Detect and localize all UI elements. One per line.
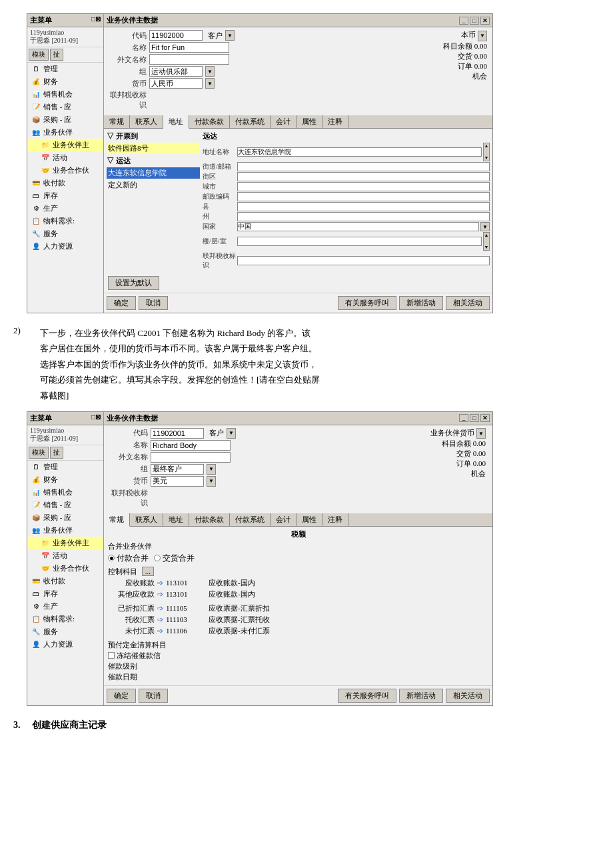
sidebar-item-biz-master-2[interactable]: 📁 业务伙伴主 [27, 537, 103, 549]
sidebar-item-activity[interactable]: 📅 活动 [27, 151, 103, 164]
sidebar-item-activity-2[interactable]: 📅 活动 [27, 549, 103, 562]
currency-input-1[interactable] [149, 78, 203, 89]
service-btn-1[interactable]: 有关服务呼叫 [338, 296, 396, 310]
trade-merge-radio[interactable]: 交货合并 [154, 553, 195, 564]
expand-btn-2[interactable]: 扯 [50, 447, 63, 459]
related-btn-1[interactable]: 相关活动 [446, 296, 490, 310]
sidebar-item-inventory[interactable]: 🗃 库存 [27, 189, 103, 202]
street-input[interactable] [237, 162, 490, 171]
block-input[interactable] [237, 172, 490, 181]
sidebar-item-biz-partner[interactable]: 👥 业务伙伴 [27, 126, 103, 139]
control-subject-btn[interactable]: ... [142, 567, 154, 576]
set-default-btn-1[interactable]: 设置为默认 [108, 276, 159, 290]
sidebar-item-mrp[interactable]: 📋 物料需求: [27, 215, 103, 227]
maximize-btn-2[interactable]: □ [470, 414, 479, 422]
sidebar-item-biz-master[interactable]: 📁 业务伙伴主 [27, 139, 103, 151]
module-btn-2[interactable]: 模块 [29, 447, 49, 459]
add-activity-btn-2[interactable]: 新增活动 [399, 689, 443, 703]
service-btn-2[interactable]: 有关服务呼叫 [338, 689, 396, 703]
tab-payment-terms-1[interactable]: 付款条款 [189, 115, 230, 128]
ok-btn-1[interactable]: 确定 [107, 296, 136, 310]
foreign-name-input-2[interactable] [151, 452, 231, 463]
payment-merge-radio[interactable]: 付款合并 [108, 553, 149, 564]
state-input[interactable] [237, 212, 490, 221]
ok-btn-2[interactable]: 确定 [107, 689, 136, 703]
city-input[interactable] [237, 182, 490, 191]
tab-address-2[interactable]: 地址 [163, 513, 189, 526]
tab-address-1[interactable]: 地址 [163, 115, 189, 129]
tab-accounting-2[interactable]: 会计 [271, 513, 297, 526]
sidebar-item-purchase-2[interactable]: 📦 采购 - 应 [27, 511, 103, 524]
add-activity-btn-1[interactable]: 新增活动 [399, 296, 443, 310]
sidebar-item-production[interactable]: ⚙ 生产 [27, 202, 103, 215]
sidebar-item-production-2[interactable]: ⚙ 生产 [27, 600, 103, 613]
sidebar-item-sales-2[interactable]: 📝 销售 - 应 [27, 499, 103, 511]
code-input-2[interactable] [151, 428, 204, 439]
minimize-btn-2[interactable]: _ [459, 414, 468, 422]
country-input[interactable] [237, 222, 479, 231]
tab-payment-terms-2[interactable]: 付款条款 [189, 513, 230, 526]
tab-contact-2[interactable]: 联系人 [130, 513, 163, 526]
tab-contact-1[interactable]: 联系人 [130, 115, 163, 128]
sidebar-item-mrp-2[interactable]: 📋 物料需求: [27, 613, 103, 625]
tab-payment-system-1[interactable]: 付款系统 [230, 115, 271, 128]
room-scrollbar[interactable]: ▲ ▼ [483, 232, 490, 251]
payment-merge-radio-btn[interactable] [108, 555, 115, 561]
sidebar-item-sales-opp[interactable]: 📊 销售机会 [27, 88, 103, 101]
sidebar-item-payment[interactable]: 💳 收付款 [27, 177, 103, 189]
sidebar-item-sales[interactable]: 📝 销售 - 应 [27, 101, 103, 113]
sidebar-item-inventory-2[interactable]: 🗃 库存 [27, 587, 103, 600]
currency-dropdown-2[interactable]: ▼ [207, 476, 216, 487]
freeze-checkbox[interactable] [108, 652, 115, 659]
sidebar-item-hr[interactable]: 👤 人力资源 [27, 240, 103, 253]
related-btn-2[interactable]: 相关活动 [446, 689, 490, 703]
group-input-2[interactable] [151, 464, 204, 475]
trade-merge-radio-btn[interactable] [154, 555, 161, 561]
zip-input[interactable] [237, 192, 490, 201]
tab-changgui-1[interactable]: 常规 [104, 115, 130, 128]
country-dropdown[interactable]: ▼ [480, 222, 490, 231]
close-btn-1[interactable]: ✕ [480, 17, 490, 25]
cancel-btn-1[interactable]: 取消 [139, 296, 168, 310]
sidebar-item-management-2[interactable]: 🗒 管理 [27, 461, 103, 473]
tab-payment-system-2[interactable]: 付款系统 [230, 513, 271, 526]
tab-notes-1[interactable]: 注释 [322, 115, 348, 128]
sidebar-item-biz-partner-2[interactable]: 👥 业务伙伴 [27, 524, 103, 537]
sidebar-item-hr-2[interactable]: 👤 人力资源 [27, 638, 103, 651]
biz-name-input[interactable] [237, 147, 482, 157]
type-dropdown-1[interactable]: ▼ [225, 30, 235, 41]
tab-changgui-2[interactable]: 常规 [104, 513, 130, 527]
sidebar-item-purchase[interactable]: 📦 采购 - 应 [27, 113, 103, 126]
sidebar-item-biz-coop[interactable]: 🤝 业务合作伙 [27, 164, 103, 177]
module-btn[interactable]: 模块 [29, 49, 49, 61]
group-input-1[interactable] [149, 66, 203, 77]
tab-properties-2[interactable]: 属性 [297, 513, 322, 526]
sidebar-item-biz-coop-2[interactable]: 🤝 业务合作伙 [27, 562, 103, 575]
room-input[interactable] [237, 237, 482, 246]
invoice-addr-row[interactable]: 软件园路8号 [107, 143, 200, 154]
sidebar-item-service[interactable]: 🔧 服务 [27, 227, 103, 240]
code-input-1[interactable] [149, 30, 203, 41]
fedtax-input-addr[interactable] [237, 256, 490, 265]
type-dropdown-2[interactable]: ▼ [227, 428, 236, 439]
group-dropdown-1[interactable]: ▼ [205, 66, 215, 77]
group-dropdown-2[interactable]: ▼ [207, 464, 216, 475]
sidebar-item-service-2[interactable]: 🔧 服务 [27, 625, 103, 638]
sidebar-item-payment-2[interactable]: 💳 收付款 [27, 575, 103, 587]
deliver-addr-row-selected[interactable]: 大连东软信息学院 [107, 167, 200, 179]
close-btn-2[interactable]: ✕ [480, 414, 490, 422]
expand-btn[interactable]: 扯 [50, 49, 63, 61]
currency-dropdown-1[interactable]: ▼ [205, 78, 215, 89]
custom-label-row[interactable]: 定义新的 [107, 179, 200, 191]
name-input-2[interactable] [151, 440, 231, 451]
currency-input-2[interactable] [151, 476, 204, 487]
maximize-btn-1[interactable]: □ [470, 17, 479, 25]
county-input[interactable] [237, 202, 490, 211]
foreign-name-input-1[interactable] [149, 54, 229, 65]
tab-notes-2[interactable]: 注释 [322, 513, 348, 526]
sidebar-item-sales-opp-2[interactable]: 📊 销售机会 [27, 486, 103, 499]
tab-properties-1[interactable]: 属性 [297, 115, 322, 128]
name-input-1[interactable] [149, 42, 229, 53]
sidebar-item-finance-2[interactable]: 💰 财务 [27, 473, 103, 486]
tab-accounting-1[interactable]: 会计 [271, 115, 297, 128]
